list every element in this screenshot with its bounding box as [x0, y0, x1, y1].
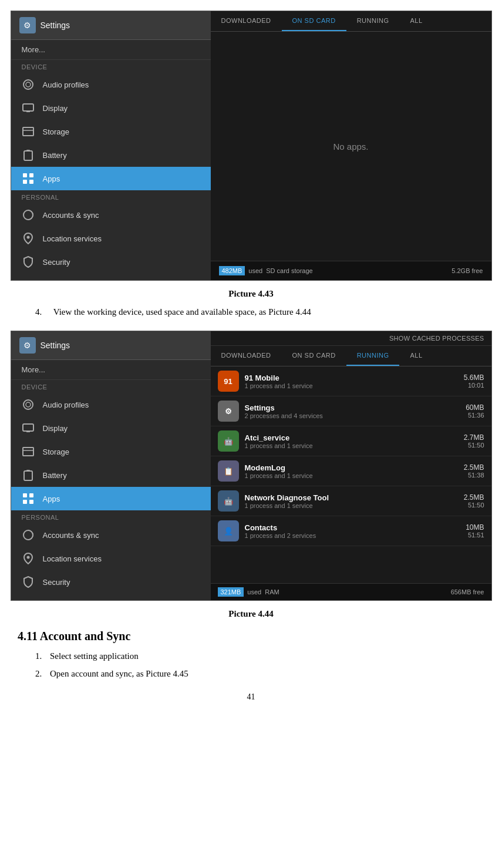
svg-rect-6: [24, 151, 32, 160]
page-number: 41: [0, 692, 502, 702]
display-icon: [22, 102, 35, 115]
svg-rect-4: [23, 127, 33, 136]
svg-point-15: [26, 402, 31, 407]
svg-rect-21: [26, 470, 30, 472]
settings-icon-2: ⚙: [19, 337, 36, 354]
audio-icon: [22, 78, 35, 91]
app-item-appnetwork[interactable]: 🤖 Network Diagnose Tool 1 process and 1 …: [211, 486, 491, 516]
device-section-label-2: DEVICE: [11, 380, 211, 393]
caption-2: Picture 4.44: [0, 609, 502, 619]
svg-point-14: [23, 400, 33, 409]
app-item-appcontacts[interactable]: 👤 Contacts 1 process and 2 services 10MB…: [211, 516, 491, 546]
storage-free-value: 5.2GB free: [452, 267, 483, 274]
show-cached-button[interactable]: SHOW CACHED PROCESSES: [389, 335, 484, 342]
tab-all[interactable]: ALL: [399, 11, 433, 31]
tab-downloaded[interactable]: DOWNLOADED: [211, 11, 282, 31]
sidebar-label-apps-2: Apps: [43, 494, 60, 503]
tab2-downloaded[interactable]: DOWNLOADED: [211, 346, 282, 366]
sidebar-item-audio-2[interactable]: Audio profiles: [11, 393, 211, 416]
app-name-appnetwork: Network Diagnose Tool: [245, 493, 458, 502]
location-icon-2: [22, 552, 35, 565]
app-name-appmodem: ModemLog: [245, 463, 458, 472]
sidebar-item-display[interactable]: Display: [11, 96, 211, 120]
svg-rect-16: [23, 424, 33, 431]
tab2-running[interactable]: RUNNING: [346, 346, 400, 366]
app-item-appsettings[interactable]: ⚙ Settings 2 processes and 4 services 60…: [211, 396, 491, 426]
top-bar-2: SHOW CACHED PROCESSES: [211, 331, 491, 346]
list-item-2: 2. Open account and sync, as Picture 4.4…: [35, 667, 473, 681]
sidebar-item-storage[interactable]: Storage: [11, 120, 211, 143]
svg-rect-11: [29, 180, 33, 184]
storage-bar: 482MB used SD card storage 5.2GB free: [211, 261, 491, 280]
app-time-appcontacts: 51:51: [466, 531, 484, 539]
svg-rect-10: [23, 180, 27, 184]
caption-1: Picture 4.43: [0, 289, 502, 299]
sidebar-item-battery-2[interactable]: Battery: [11, 463, 211, 487]
tabs-bar-1: DOWNLOADED ON SD CARD RUNNING ALL: [211, 11, 491, 32]
app-icon-appatci: 🤖: [218, 430, 239, 452]
svg-rect-25: [29, 500, 33, 504]
personal-section-label: PERSONAL: [11, 190, 211, 203]
svg-rect-20: [24, 471, 32, 480]
app-size-appmodem: 2.5MB: [464, 463, 484, 472]
app-item-app91mobile[interactable]: 91 91 Mobile 1 process and 1 service 5.6…: [211, 366, 491, 396]
sidebar-item-storage-2[interactable]: Storage: [11, 440, 211, 463]
sidebar-item-security-2[interactable]: Security: [11, 570, 211, 594]
app-stats-appatci: 2.7MB 51:50: [464, 433, 484, 449]
app-item-appmodem[interactable]: 📋 ModemLog 1 process and 1 service 2.5MB…: [211, 456, 491, 486]
svg-point-1: [26, 82, 31, 87]
tab2-all[interactable]: ALL: [399, 346, 433, 366]
tabs-bar-2: DOWNLOADED ON SD CARD RUNNING ALL: [211, 346, 491, 366]
app-icon-appmodem: 📋: [218, 460, 239, 482]
sidebar-item-accounts-2[interactable]: Accounts & sync: [11, 523, 211, 547]
display-icon-2: [22, 422, 35, 435]
list-num-1: 1.: [35, 651, 42, 661]
sidebar-item-battery[interactable]: Battery: [11, 143, 211, 167]
svg-point-0: [23, 80, 33, 89]
sidebar-item-location[interactable]: Location services: [11, 227, 211, 250]
sidebar-label-audio: Audio profiles: [43, 80, 89, 89]
list-text-1: Select setting application: [50, 651, 139, 661]
sidebar-item-audio[interactable]: Audio profiles: [11, 73, 211, 96]
sidebar-label-security-2: Security: [43, 578, 70, 587]
app-size-app91mobile: 5.6MB: [464, 374, 484, 382]
app-size-appcontacts: 10MB: [466, 523, 484, 531]
sidebar-item-display-2[interactable]: Display: [11, 416, 211, 440]
sidebar-item-location-2[interactable]: Location services: [11, 547, 211, 570]
sidebar-label-accounts-2: Accounts & sync: [43, 531, 99, 540]
app-stats-app91mobile: 5.6MB 10:01: [464, 374, 484, 389]
security-icon: [22, 255, 35, 268]
app-name-appatci: Atci_service: [245, 433, 458, 442]
sidebar-item-security[interactable]: Security: [11, 250, 211, 274]
app-info-appnetwork: Network Diagnose Tool 1 process and 1 se…: [245, 493, 458, 509]
ram-free-value: 656MB free: [451, 588, 484, 596]
sidebar-item-apps-2[interactable]: Apps: [11, 487, 211, 510]
sidebar-more[interactable]: More...: [11, 40, 211, 60]
tab2-onsdcard[interactable]: ON SD CARD: [282, 346, 346, 366]
app-time-appsettings: 51:36: [466, 412, 484, 419]
app-info-app91mobile: 91 Mobile 1 process and 1 service: [245, 374, 458, 389]
sidebar-label-audio-2: Audio profiles: [43, 401, 89, 409]
app-sub-appmodem: 1 process and 1 service: [245, 472, 458, 479]
battery-icon: [22, 149, 35, 162]
personal-section-label-2: PERSONAL: [11, 510, 211, 523]
app-info-appmodem: ModemLog 1 process and 1 service: [245, 463, 458, 479]
app-list: 91 91 Mobile 1 process and 1 service 5.6…: [211, 366, 491, 583]
sidebar-item-apps[interactable]: Apps: [11, 167, 211, 190]
svg-point-27: [26, 556, 29, 559]
sidebar-2: ⚙ Settings More... DEVICE Audio profiles…: [11, 331, 211, 600]
sidebar-label-storage-2: Storage: [43, 448, 70, 456]
tab-running[interactable]: RUNNING: [346, 11, 400, 31]
ram-used-label: used: [247, 588, 261, 596]
app-icon-appcontacts: 👤: [218, 520, 239, 541]
app-icon-app91mobile: 91: [218, 371, 239, 392]
svg-rect-8: [23, 173, 27, 177]
storage-icon: [22, 125, 35, 138]
accounts-icon: [22, 208, 35, 221]
app-item-appatci[interactable]: 🤖 Atci_service 1 process and 1 service 2…: [211, 426, 491, 456]
ram-used-value: 321MB: [218, 587, 244, 597]
sidebar-item-accounts[interactable]: Accounts & sync: [11, 203, 211, 227]
app-sub-appnetwork: 1 process and 1 service: [245, 502, 458, 509]
tab-onsdcard[interactable]: ON SD CARD: [282, 11, 346, 31]
sidebar-more-2[interactable]: More...: [11, 360, 211, 380]
